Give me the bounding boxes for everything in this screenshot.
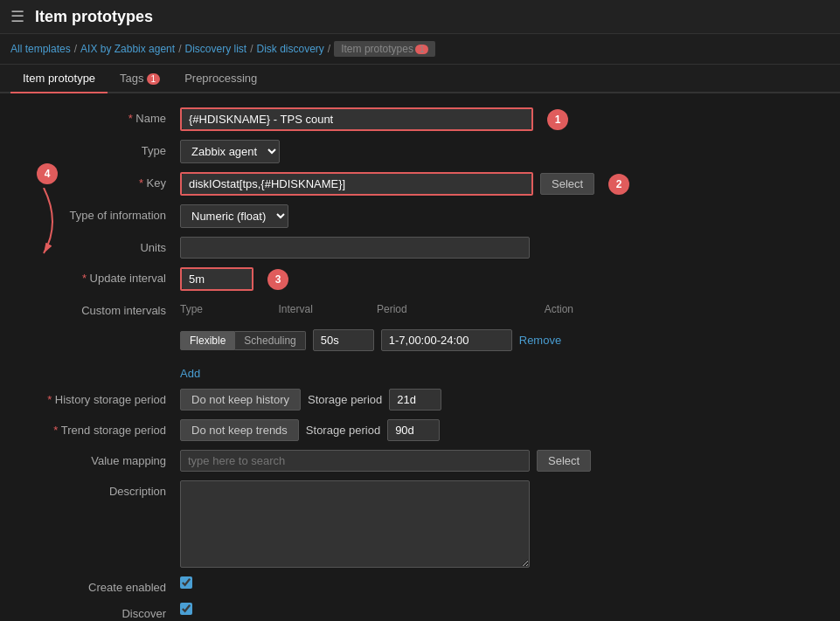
annotation-3: 3 bbox=[267, 269, 288, 290]
interval-value-input[interactable] bbox=[313, 329, 374, 351]
breadcrumb-item-prototypes-active: Item prototypes1 bbox=[334, 41, 435, 57]
type-of-info-select[interactable]: Numeric (float) bbox=[180, 204, 288, 228]
name-label: Name bbox=[14, 107, 180, 125]
scheduling-btn[interactable]: Scheduling bbox=[235, 331, 305, 350]
history-storage-label: History storage period bbox=[14, 389, 180, 406]
breadcrumb-all-templates[interactable]: All templates bbox=[10, 43, 71, 55]
description-label: Description bbox=[14, 480, 180, 498]
create-enabled-row: Create enabled bbox=[14, 576, 826, 594]
key-highlight bbox=[180, 172, 533, 196]
breadcrumb-aix[interactable]: AIX by Zabbix agent bbox=[80, 43, 175, 55]
description-row: Description bbox=[14, 480, 826, 568]
custom-intervals-label: Custom intervals bbox=[14, 300, 180, 317]
breadcrumb-disk-discovery[interactable]: Disk discovery bbox=[257, 43, 324, 55]
breadcrumb-badge: 1 bbox=[415, 45, 429, 54]
trend-storage-row: Trend storage period Do not keep trends … bbox=[14, 419, 826, 441]
remove-button[interactable]: Remove bbox=[519, 334, 561, 347]
period-value-input[interactable] bbox=[381, 329, 512, 351]
update-interval-label: Update interval bbox=[14, 267, 180, 285]
history-storage-input[interactable] bbox=[389, 389, 441, 411]
interval-type-group: Flexible Scheduling bbox=[180, 331, 306, 350]
form: 4 Name 1 Type bbox=[0, 93, 840, 621]
intervals-action-header: Action bbox=[476, 303, 574, 315]
value-mapping-row: Value mapping Select bbox=[14, 450, 826, 472]
name-row: Name 1 bbox=[14, 107, 826, 131]
intervals-type-header: Type bbox=[180, 303, 279, 315]
history-storage-period-label: Storage period bbox=[308, 393, 382, 406]
trend-storage-btn[interactable]: Do not keep trends bbox=[180, 419, 299, 441]
annotation-4-container: 4 bbox=[17, 163, 70, 258]
menu-icon[interactable]: ☰ bbox=[10, 7, 24, 26]
flexible-btn[interactable]: Flexible bbox=[180, 331, 235, 350]
discover-label: Discover bbox=[14, 603, 180, 620]
type-of-info-row: Type of information Numeric (float) bbox=[14, 204, 826, 228]
type-select[interactable]: Zabbix agent bbox=[180, 140, 280, 163]
intervals-period-header: Period bbox=[377, 303, 476, 315]
update-interval-highlight bbox=[180, 267, 253, 291]
discover-row: Discover bbox=[14, 603, 826, 620]
trend-storage-label: Trend storage period bbox=[14, 419, 180, 437]
discover-checkbox[interactable] bbox=[180, 603, 192, 615]
units-row: Units bbox=[14, 237, 826, 259]
type-row: Type Zabbix agent bbox=[14, 140, 826, 163]
intervals-header: Type Interval Period Action bbox=[180, 300, 573, 319]
history-storage-row: History storage period Do not keep histo… bbox=[14, 389, 826, 411]
value-mapping-label: Value mapping bbox=[14, 450, 180, 467]
name-input[interactable] bbox=[182, 109, 531, 129]
history-storage-btn[interactable]: Do not keep history bbox=[180, 389, 301, 411]
tab-tags[interactable]: Tags1 bbox=[108, 65, 172, 93]
value-mapping-input[interactable] bbox=[180, 450, 530, 472]
units-input[interactable] bbox=[180, 237, 530, 259]
key-input[interactable] bbox=[182, 174, 531, 194]
update-interval-row: Update interval 3 bbox=[14, 267, 826, 291]
create-enabled-label: Create enabled bbox=[14, 576, 180, 594]
trend-storage-period-label: Storage period bbox=[306, 424, 380, 437]
description-textarea[interactable] bbox=[180, 480, 530, 568]
update-interval-input[interactable] bbox=[182, 269, 252, 289]
add-interval-link[interactable]: Add bbox=[180, 367, 200, 380]
type-label: Type bbox=[14, 140, 180, 157]
tags-badge: 1 bbox=[147, 73, 161, 85]
annotation-4: 4 bbox=[37, 163, 58, 184]
key-row: Key Select 2 bbox=[14, 172, 826, 196]
breadcrumb: All templates / AIX by Zabbix agent / Di… bbox=[0, 34, 840, 65]
tab-preprocessing[interactable]: Preprocessing bbox=[172, 65, 269, 93]
intervals-interval-header: Interval bbox=[279, 303, 378, 315]
name-highlight bbox=[180, 107, 533, 131]
tabs: Item prototype Tags1 Preprocessing bbox=[0, 65, 840, 93]
value-mapping-select-button[interactable]: Select bbox=[537, 450, 591, 472]
interval-row-1: Flexible Scheduling Remove bbox=[180, 329, 573, 351]
page-title: Item prototypes bbox=[35, 8, 153, 26]
annotation-1: 1 bbox=[547, 109, 568, 130]
trend-storage-input[interactable] bbox=[387, 419, 440, 441]
annotation-2: 2 bbox=[608, 174, 629, 195]
tab-item-prototype[interactable]: Item prototype bbox=[10, 65, 108, 93]
key-select-button[interactable]: Select bbox=[540, 173, 594, 195]
annotation-4-arrow bbox=[17, 188, 70, 258]
breadcrumb-discovery-list[interactable]: Discovery list bbox=[184, 43, 246, 55]
create-enabled-checkbox[interactable] bbox=[180, 576, 192, 589]
header: ☰ Item prototypes bbox=[0, 0, 840, 34]
custom-intervals-row: Custom intervals Type Interval Period Ac… bbox=[14, 300, 826, 380]
